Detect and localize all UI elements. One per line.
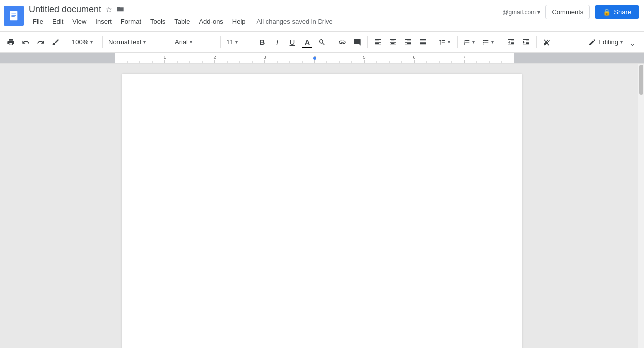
font-select[interactable]: Arial ▾ <box>172 35 217 49</box>
bullet-list-arrow: ▾ <box>491 39 494 45</box>
separator-4 <box>220 36 221 48</box>
zoom-arrow: ▾ <box>90 39 93 45</box>
clear-formatting-button[interactable] <box>540 35 554 49</box>
ruler <box>0 53 644 64</box>
separator-7 <box>367 36 368 48</box>
align-center-button[interactable] <box>386 35 400 49</box>
separator-1 <box>66 36 66 48</box>
color-bar <box>302 47 312 48</box>
menu-table[interactable]: Table <box>170 16 194 27</box>
toolbar: 100% ▾ Normal text ▾ Arial ▾ 11 ▾ B I U … <box>0 32 644 53</box>
bold-button[interactable]: B <box>255 35 269 49</box>
separator-9 <box>457 36 458 48</box>
save-status: All changes saved in Drive <box>257 18 333 25</box>
style-select[interactable]: Normal text ▾ <box>106 35 166 49</box>
doc-title[interactable]: Untitled document <box>29 4 101 15</box>
edit-pencil-icon <box>588 38 596 46</box>
separator-3 <box>169 36 169 48</box>
line-spacing-arrow: ▾ <box>448 39 450 45</box>
size-value: 11 <box>226 38 233 46</box>
numbered-list-arrow: ▾ <box>472 39 475 45</box>
separator-10 <box>501 36 501 48</box>
app-icon[interactable] <box>4 6 24 26</box>
scroll-thumb[interactable] <box>639 65 643 95</box>
zoom-value: 100% <box>72 38 88 46</box>
menu-view[interactable]: View <box>68 16 90 27</box>
star-icon[interactable]: ☆ <box>105 5 112 14</box>
editing-area: Editing ▾ ⌃ <box>584 37 640 48</box>
ruler-canvas <box>0 53 644 64</box>
top-bar: Untitled document ☆ File Edit View Inser… <box>0 0 644 32</box>
highlight-button[interactable] <box>315 35 329 49</box>
separator-11 <box>536 36 537 48</box>
align-justify-button[interactable] <box>416 35 430 49</box>
zoom-select[interactable]: 100% ▾ <box>69 35 99 49</box>
size-arrow: ▾ <box>235 39 238 45</box>
svg-rect-0 <box>10 11 18 20</box>
link-button[interactable] <box>335 35 349 49</box>
redo-button[interactable] <box>34 35 48 49</box>
decrease-indent-button[interactable] <box>504 35 518 49</box>
increase-indent-button[interactable] <box>519 35 533 49</box>
menu-insert[interactable]: Insert <box>91 16 116 27</box>
align-right-button[interactable] <box>401 35 415 49</box>
separator-8 <box>433 36 433 48</box>
undo-button[interactable] <box>19 35 33 49</box>
font-arrow: ▾ <box>190 39 192 45</box>
document-page[interactable] <box>122 74 522 348</box>
bullet-list-select[interactable]: ▾ <box>480 35 498 49</box>
share-lock-icon: 🔒 <box>603 8 611 16</box>
separator-2 <box>102 36 103 48</box>
line-spacing-select[interactable]: ▾ <box>436 35 454 49</box>
separator-5 <box>252 36 252 48</box>
scroll-bar[interactable] <box>638 64 644 348</box>
menu-tools[interactable]: Tools <box>146 16 169 27</box>
font-value: Arial <box>175 38 188 46</box>
comment-button[interactable] <box>350 35 364 49</box>
share-button[interactable]: 🔒 Share <box>595 5 639 19</box>
text-color-button[interactable]: A <box>300 35 314 49</box>
align-left-button[interactable] <box>371 35 385 49</box>
style-arrow: ▾ <box>143 39 146 45</box>
share-label: Share <box>614 8 631 16</box>
menu-edit[interactable]: Edit <box>48 16 67 27</box>
collapse-toolbar-button[interactable]: ⌃ <box>629 37 636 48</box>
comments-button[interactable]: Comments <box>545 5 590 19</box>
italic-button[interactable]: I <box>270 35 284 49</box>
editing-label: Editing <box>598 38 618 46</box>
document-area[interactable] <box>0 64 644 348</box>
separator-6 <box>332 36 332 48</box>
style-value: Normal text <box>108 38 141 46</box>
print-button[interactable] <box>4 35 18 49</box>
menu-addons[interactable]: Add-ons <box>195 16 227 27</box>
paint-format-button[interactable] <box>49 35 63 49</box>
numbered-list-select[interactable]: ▾ <box>461 35 479 49</box>
text-color-label: A <box>305 38 310 46</box>
gmail-label[interactable]: @gmail.com ▾ <box>502 9 540 16</box>
editing-dropdown-icon[interactable]: ▾ <box>620 39 623 45</box>
menu-format[interactable]: Format <box>117 16 145 27</box>
menu-file[interactable]: File <box>29 16 47 27</box>
menu-help[interactable]: Help <box>228 16 250 27</box>
top-right: @gmail.com ▾ Comments 🔒 Share <box>502 5 639 19</box>
underline-button[interactable]: U <box>285 35 299 49</box>
folder-icon[interactable] <box>116 5 124 14</box>
size-select[interactable]: 11 ▾ <box>224 35 249 49</box>
